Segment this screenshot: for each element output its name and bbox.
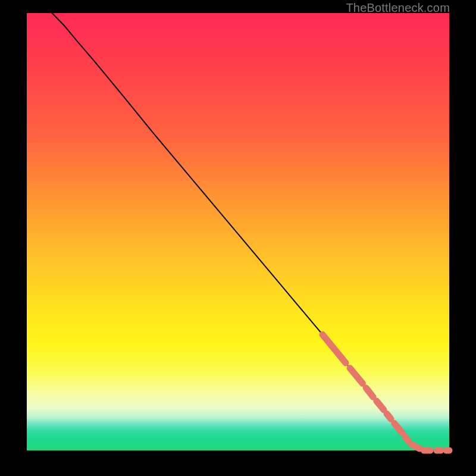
marker-segment bbox=[411, 444, 419, 449]
marker-segment bbox=[350, 368, 362, 384]
marker-segment bbox=[405, 436, 408, 440]
marker-segment bbox=[387, 414, 391, 419]
marker-segment bbox=[366, 388, 373, 397]
chart-svg bbox=[27, 13, 449, 450]
marker-segment bbox=[322, 334, 346, 363]
marker-segment bbox=[377, 401, 384, 410]
marker-segment bbox=[394, 423, 402, 432]
bottleneck-curve bbox=[52, 13, 449, 450]
watermark-text: TheBottleneck.com bbox=[346, 1, 450, 15]
plot-area bbox=[27, 13, 449, 450]
marker-segments bbox=[322, 334, 449, 450]
chart-stage: TheBottleneck.com bbox=[0, 0, 476, 476]
